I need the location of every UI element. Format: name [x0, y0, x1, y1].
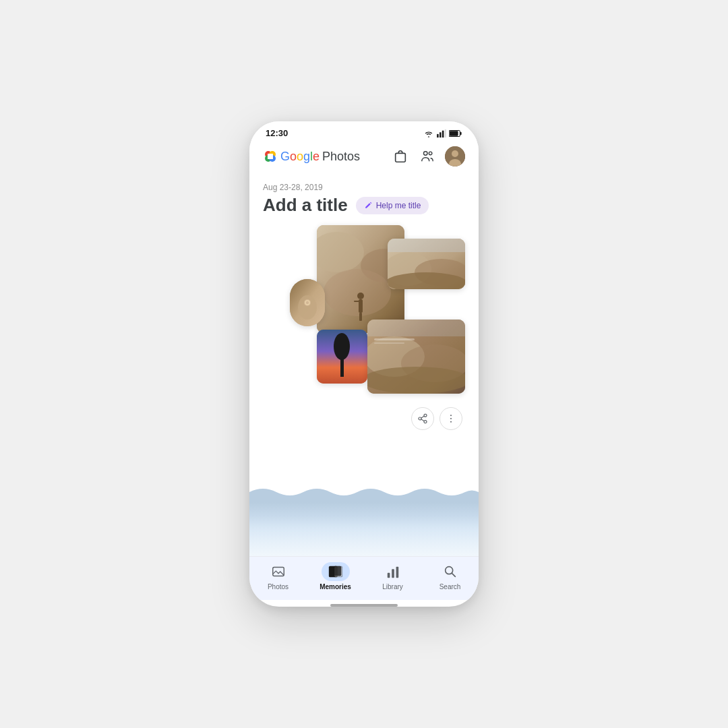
share-icon: [417, 413, 428, 424]
svg-point-51: [450, 415, 452, 416]
svg-rect-5: [450, 131, 458, 135]
photo-rocks-bottom-image: [367, 320, 465, 394]
google-photos-logo: Google Photos: [263, 149, 360, 164]
photo-rocks-bottom[interactable]: [367, 320, 465, 394]
library-nav-icon: [386, 564, 400, 579]
svg-rect-45: [374, 342, 404, 344]
battery-icon: [449, 129, 462, 138]
signal-icon: [437, 129, 446, 138]
cloud-layer: [249, 516, 479, 556]
svg-rect-6: [460, 131, 462, 135]
bottom-nav: Photos Memories: [249, 556, 479, 600]
photo-sunset-image: [317, 330, 367, 384]
nav-icon-library-wrap: [379, 562, 407, 581]
status-time: 12:30: [266, 128, 288, 138]
svg-rect-0: [437, 133, 439, 137]
share-button[interactable]: [411, 407, 434, 430]
google-photos-logo-icon: [263, 149, 278, 164]
header-icons: [391, 146, 465, 166]
svg-point-16: [452, 150, 458, 157]
status-bar: 12:30: [249, 121, 479, 142]
svg-point-42: [367, 367, 465, 394]
photo-rocks-top-right[interactable]: [388, 239, 465, 289]
photo-portrait-image: [290, 279, 325, 326]
date-range: Aug 23-28, 2019: [263, 183, 465, 192]
memory-card: Aug 23-28, 2019 Add a title Help me titl…: [249, 173, 479, 482]
wave-divider: [249, 482, 479, 502]
svg-rect-3: [445, 129, 446, 138]
nav-item-search[interactable]: Search: [430, 562, 471, 590]
svg-line-49: [421, 416, 425, 418]
photo-small-portrait[interactable]: [290, 279, 325, 326]
nav-icon-search-wrap: [436, 562, 464, 581]
shopping-bag-icon: [393, 149, 408, 164]
nav-icon-memories-wrap: [322, 562, 350, 581]
memories-nav-icon: [328, 564, 344, 579]
svg-point-53: [450, 421, 452, 423]
home-indicator: [330, 604, 398, 607]
action-row: [263, 407, 465, 435]
pen-icon: [364, 201, 373, 210]
more-options-button[interactable]: [439, 407, 462, 430]
svg-rect-43: [367, 320, 465, 336]
svg-point-52: [450, 418, 452, 419]
photo-rocks-image: [388, 239, 465, 289]
svg-point-14: [429, 152, 432, 155]
svg-rect-61: [396, 567, 398, 578]
svg-rect-59: [387, 573, 390, 578]
svg-rect-44: [374, 338, 415, 340]
svg-rect-24: [354, 301, 359, 302]
avatar-button[interactable]: [445, 146, 465, 166]
nav-label-search: Search: [439, 583, 461, 590]
sky-section: [249, 502, 479, 556]
svg-point-22: [357, 293, 364, 299]
shop-icon-button[interactable]: [391, 147, 410, 166]
google-text: Google: [280, 150, 320, 164]
wifi-icon: [423, 129, 434, 138]
photo-collage: [263, 225, 465, 400]
avatar-icon: [445, 146, 465, 166]
people-icon-button[interactable]: [418, 147, 437, 166]
photo-sunset-tree[interactable]: [317, 330, 367, 384]
photos-nav-icon: [271, 564, 286, 579]
more-options-icon: [446, 413, 456, 424]
nav-label-memories: Memories: [320, 583, 351, 590]
wave-svg: [249, 482, 479, 502]
svg-point-46: [424, 414, 427, 417]
svg-rect-54: [272, 568, 284, 576]
svg-point-33: [298, 295, 317, 320]
help-me-title-label: Help me title: [376, 201, 421, 210]
help-me-title-button[interactable]: Help me title: [356, 197, 429, 214]
svg-rect-58: [334, 566, 341, 576]
svg-rect-1: [439, 132, 442, 138]
svg-point-13: [424, 152, 428, 156]
svg-rect-11: [268, 154, 273, 159]
nav-icon-photos-wrap: [264, 562, 293, 581]
svg-line-63: [452, 573, 455, 576]
nav-item-memories[interactable]: Memories: [315, 562, 356, 590]
app-header: Google Photos: [249, 142, 479, 173]
phone-frame: 12:30: [249, 121, 479, 607]
search-nav-icon: [443, 564, 458, 579]
svg-rect-60: [392, 569, 394, 578]
svg-point-38: [334, 333, 350, 360]
title-row: Add a title Help me title: [263, 195, 465, 216]
svg-point-47: [419, 417, 421, 420]
svg-point-21: [324, 269, 391, 316]
nav-label-photos: Photos: [268, 583, 289, 590]
svg-rect-31: [388, 239, 465, 252]
svg-rect-12: [396, 153, 406, 162]
svg-point-48: [424, 421, 427, 423]
main-content: Aug 23-28, 2019 Add a title Help me titl…: [249, 173, 479, 556]
nav-item-library[interactable]: Library: [373, 562, 413, 590]
nav-item-photos[interactable]: Photos: [258, 562, 299, 590]
svg-rect-26: [360, 313, 362, 321]
nav-label-library: Library: [382, 583, 403, 590]
people-icon: [420, 149, 435, 164]
add-title-text[interactable]: Add a title: [263, 195, 348, 216]
svg-line-50: [421, 419, 425, 421]
svg-rect-2: [442, 130, 444, 137]
photos-text: Photos: [322, 150, 360, 164]
status-icons: [423, 129, 462, 138]
